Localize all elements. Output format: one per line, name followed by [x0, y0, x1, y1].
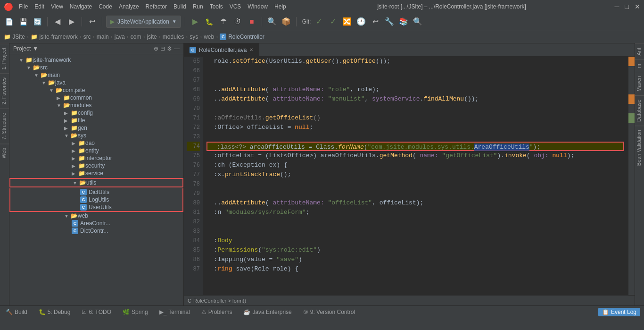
tab-close-icon[interactable]: ✕ [249, 47, 253, 52]
tree-item-file[interactable]: ▶ 📁 file [9, 117, 183, 124]
menu-edit[interactable]: Edit [32, 2, 47, 11]
build-btn[interactable]: 🔨 Build [4, 308, 29, 316]
close-icon[interactable]: ✕ [635, 3, 640, 10]
menu-view[interactable]: View [48, 2, 66, 11]
menu-analyze[interactable]: Analyze [116, 2, 142, 11]
menu-vcs[interactable]: VCS [227, 2, 244, 11]
git-branch-btn[interactable]: 🔀 [341, 16, 353, 28]
tree-item-userutils[interactable]: C UserUtils [9, 203, 183, 212]
git-history-btn[interactable]: 🕐 [355, 16, 367, 28]
menu-refactor[interactable]: Refactor [143, 2, 170, 11]
menu-file[interactable]: File [16, 2, 31, 11]
coverage-btn[interactable]: ☂ [217, 16, 230, 28]
maximize-icon[interactable]: □ [625, 3, 629, 10]
editor-tab-rolecontroller[interactable]: C RoleController.java ✕ [184, 43, 259, 57]
code-content[interactable]: role.setOffice(UserUtils.getUser().getOf… [203, 57, 628, 295]
menu-tools[interactable]: Tools [207, 2, 226, 11]
sidebar-tab-m[interactable]: m [635, 59, 644, 72]
toolbar-save-btn[interactable]: 💾 [17, 16, 29, 28]
tree-item-dictutils[interactable]: C DictUtils [9, 188, 183, 196]
tree-item-sys[interactable]: ▼ 📂 sys [9, 132, 183, 139]
tree-item-modules[interactable]: ▼ 📂 modules [9, 102, 183, 109]
toolbar-sync-btn[interactable]: 🔄 [31, 16, 43, 28]
debug-panel-btn[interactable]: 🐛 5: Debug [37, 308, 73, 316]
tree-item-service[interactable]: ▶ 📁 service [9, 169, 183, 177]
breadcrumb-jsite[interactable]: jsite [147, 34, 157, 40]
tree-item-dictcontr[interactable]: C DictContr... [9, 227, 183, 235]
folder-icon-service: 📁 [78, 170, 85, 177]
tree-item-java[interactable]: ▼ 📂 java [9, 79, 183, 86]
sidebar-tab-structure[interactable]: 7: Structure [0, 109, 9, 144]
sidebar-tab-database[interactable]: Database [635, 95, 644, 126]
git-search2-btn[interactable]: 🔍 [412, 16, 424, 28]
toolbar-undo-btn[interactable]: ↩ [86, 16, 98, 28]
breadcrumb-sys[interactable]: sys [190, 34, 198, 40]
tree-item-dao[interactable]: ▶ 📁 dao [9, 139, 183, 147]
menu-code[interactable]: Code [96, 2, 115, 11]
menu-build[interactable]: Build [171, 2, 189, 11]
menu-navigate[interactable]: Navigate [67, 2, 95, 11]
tree-item-logutils[interactable]: C LogUtils [9, 196, 183, 203]
git-shelf-btn[interactable]: 📚 [397, 16, 410, 28]
toolbar-new-btn[interactable]: 📄 [3, 16, 15, 28]
problems-btn[interactable]: ⚠ Problems [199, 308, 234, 316]
todo-btn[interactable]: ☑ 6: TODO [80, 308, 113, 316]
minimize-icon[interactable]: ─ [615, 3, 619, 10]
tree-item-utils[interactable]: ▼ 📂 utils [9, 178, 183, 187]
editor-tabs: C RoleController.java ✕ [184, 43, 635, 57]
menu-run[interactable]: Run [190, 2, 206, 11]
tree-item-areacontr[interactable]: C AreaContr... [9, 220, 183, 227]
sidebar-tab-favorites[interactable]: 2: Favorites [0, 73, 9, 108]
git-rollback-btn[interactable]: ↩ [369, 16, 381, 28]
breadcrumb-src[interactable]: src [83, 34, 91, 40]
profile-btn[interactable]: ⏱ [231, 16, 244, 28]
java-enterprise-btn[interactable]: ☕ Java Enterprise [241, 308, 293, 316]
tree-item-interceptor[interactable]: ▶ 📁 interceptor [9, 154, 183, 162]
breadcrumb-jsite-framework[interactable]: 📁 jsite-framework [31, 34, 78, 40]
git-update-btn[interactable]: ✓ [313, 16, 325, 28]
stop-btn[interactable]: ■ [246, 16, 258, 28]
tree-item-comjsite[interactable]: ▼ 📂 com.jsite [9, 86, 183, 94]
sidebar-tab-project[interactable]: 1: Project [0, 43, 9, 73]
locate-file-icon[interactable]: ⊕ [154, 45, 158, 52]
sidebar-tab-web[interactable]: Web [0, 144, 9, 162]
run-btn[interactable]: ▶ [189, 16, 201, 28]
menu-window[interactable]: Window [245, 2, 271, 11]
menu-help[interactable]: Help [272, 2, 289, 11]
tree-item-main[interactable]: ▼ 📂 main [9, 71, 183, 79]
breadcrumb-com[interactable]: com [131, 34, 141, 40]
toolbar-search-btn[interactable]: 🔍 [266, 16, 278, 28]
git-tools-btn[interactable]: 🔧 [383, 16, 396, 28]
spring-btn[interactable]: 🌿 Spring [121, 308, 150, 316]
settings-icon[interactable]: ⚙ [167, 45, 172, 52]
git-push-btn[interactable]: ✓ [327, 16, 339, 28]
run-config-selector[interactable]: ▶ JSiteWebApplication ▼ [106, 16, 181, 28]
toolbar-deploy-btn[interactable]: 📦 [280, 16, 292, 28]
breadcrumb-rolecontroller[interactable]: RoleController [228, 34, 264, 40]
breadcrumb-home[interactable]: 📁 JSite [4, 34, 25, 40]
tree-item-security[interactable]: ▶ 📁 security [9, 162, 183, 169]
toolbar-back-btn[interactable]: ◀ [51, 16, 64, 28]
tree-item-config[interactable]: ▶ 📁 config [9, 109, 183, 117]
tree-item-common[interactable]: ▶ 📁 common [9, 94, 183, 102]
breadcrumb-java[interactable]: java [115, 34, 125, 40]
debug-btn[interactable]: 🐛 [203, 16, 215, 28]
tree-item-web[interactable]: ▼ 📂 web [9, 212, 183, 220]
terminal-btn[interactable]: ▶_ Terminal [157, 308, 192, 316]
tree-item-entity[interactable]: ▶ 📁 entity [9, 147, 183, 154]
minimize-panel-icon[interactable]: — [174, 45, 180, 52]
sidebar-tab-ant[interactable]: Ant [635, 43, 644, 59]
tree-item-src[interactable]: ▼ 📂 src [9, 64, 183, 71]
tree-item-gen[interactable]: ▶ 📁 gen [9, 124, 183, 132]
sidebar-tab-bean-validation[interactable]: Bean Validation [635, 126, 644, 169]
toolbar-forward-btn[interactable]: ▶ [66, 16, 78, 28]
breadcrumb-main[interactable]: main [97, 34, 109, 40]
event-log-btn[interactable]: 📋 Event Log [598, 308, 640, 316]
tree-item-jsite-framework[interactable]: ▼ 📁 jsite-framework [9, 56, 183, 64]
version-control-btn[interactable]: ⑨ 9: Version Control [301, 308, 357, 316]
code-editor[interactable]: 65 66 67 68 69 70 71 72 73 74 75 76 77 7… [184, 57, 635, 295]
sidebar-tab-maven[interactable]: Maven [635, 72, 644, 95]
breadcrumb-web[interactable]: web [204, 34, 214, 40]
collapse-all-icon[interactable]: ⊟ [160, 45, 165, 52]
breadcrumb-modules[interactable]: modules [163, 34, 184, 40]
